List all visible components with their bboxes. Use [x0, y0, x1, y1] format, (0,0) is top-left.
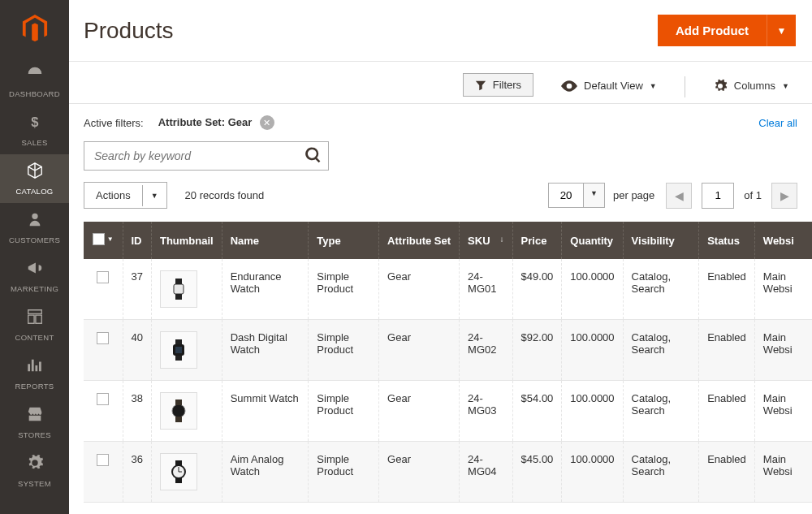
cell-name: Endurance Watch — [222, 259, 309, 320]
cell-price: $92.00 — [512, 320, 562, 381]
product-thumbnail[interactable] — [160, 392, 197, 430]
col-thumbnail[interactable]: Thumbnail — [151, 222, 222, 259]
gear-icon — [713, 79, 728, 93]
nav-label: CUSTOMERS — [9, 235, 60, 244]
add-product-dropdown[interactable]: ▼ — [767, 15, 796, 46]
page-size-select[interactable]: ▼ — [548, 183, 605, 208]
table-row[interactable]: 37Endurance WatchSimple ProductGear24-MG… — [84, 259, 812, 320]
magento-logo[interactable] — [0, 0, 69, 57]
nav-reports[interactable]: REPORTS — [0, 349, 69, 398]
toolbar-divider — [685, 76, 685, 97]
table-row[interactable]: 40Dash Digital WatchSimple ProductGear24… — [84, 320, 812, 381]
search-icon[interactable] — [305, 147, 322, 167]
records-found: 20 records found — [185, 189, 265, 201]
products-table: ▼IDThumbnailNameTypeAttribute SetSKU↓Pri… — [84, 222, 812, 503]
search-input[interactable] — [84, 142, 328, 170]
nav-customers[interactable]: CUSTOMERS — [0, 203, 69, 252]
filter-tag-value: Gear — [228, 116, 253, 128]
cell-sku: 24-MG04 — [460, 442, 512, 503]
layout-icon — [26, 308, 44, 330]
add-product-button[interactable]: Add Product — [658, 15, 767, 46]
nav-stores[interactable]: STORES — [0, 398, 69, 447]
col-attribute-set[interactable]: Attribute Set — [379, 222, 460, 259]
columns-button[interactable]: Columns ▼ — [705, 73, 797, 103]
person-icon — [26, 210, 44, 232]
col-visibility[interactable]: Visibility — [623, 222, 699, 259]
cell-type: Simple Product — [309, 259, 379, 320]
product-thumbnail[interactable] — [160, 270, 197, 308]
col-price[interactable]: Price — [512, 222, 562, 259]
columns-label: Columns — [734, 80, 775, 92]
dollar-icon: $ — [26, 113, 44, 135]
page-header: Products Add Product ▼ — [69, 0, 812, 62]
row-checkbox[interactable] — [97, 271, 109, 283]
page-size-input[interactable] — [549, 184, 583, 207]
svg-rect-3 — [175, 294, 182, 300]
svg-rect-10 — [175, 417, 182, 422]
nav-catalog[interactable]: CATALOG — [0, 154, 69, 203]
default-view-button[interactable]: Default View ▼ — [553, 73, 665, 103]
row-checkbox[interactable] — [97, 332, 109, 344]
box-icon — [26, 162, 44, 184]
nav-dashboard[interactable]: DASHBOARD — [0, 57, 69, 106]
col-name[interactable]: Name — [222, 222, 309, 259]
current-page-input[interactable] — [702, 183, 734, 209]
nav-sales[interactable]: $SALES — [0, 106, 69, 154]
row-checkbox[interactable] — [97, 454, 109, 466]
cell-qty: 100.0000 — [562, 320, 623, 381]
cell-thumbnail — [151, 381, 222, 442]
cell-website: Main Websi — [754, 320, 812, 381]
clear-all-link[interactable]: Clear all — [758, 117, 797, 129]
nav-system[interactable]: SYSTEM — [0, 447, 69, 495]
cell-type: Simple Product — [309, 320, 379, 381]
select-all-header[interactable]: ▼ — [84, 222, 123, 259]
svg-point-8 — [172, 404, 185, 417]
cell-price: $49.00 — [512, 259, 562, 320]
svg-rect-5 — [175, 339, 182, 344]
chevron-down-icon: ▼ — [650, 82, 657, 90]
col-quantity[interactable]: Quantity — [562, 222, 623, 259]
svg-rect-7 — [175, 347, 182, 353]
col-status[interactable]: Status — [699, 222, 755, 259]
table-row[interactable]: 36Aim Analog WatchSimple ProductGear24-M… — [84, 442, 812, 503]
col-websi[interactable]: Websi — [754, 222, 812, 259]
chevron-down-icon: ▼ — [142, 185, 166, 206]
cell-status: Enabled — [699, 442, 755, 503]
chevron-down-icon: ▼ — [782, 82, 789, 90]
nav-marketing[interactable]: MARKETING — [0, 252, 69, 300]
cell-qty: 100.0000 — [562, 442, 623, 503]
cell-id: 38 — [123, 381, 151, 442]
svg-text:$: $ — [31, 114, 38, 129]
remove-filter-button[interactable]: ✕ — [260, 115, 274, 130]
search-box — [84, 141, 329, 171]
cell-thumbnail — [151, 442, 222, 503]
cell-qty: 100.0000 — [562, 381, 623, 442]
actions-label: Actions — [84, 183, 142, 208]
filters-button[interactable]: Filters — [463, 73, 533, 97]
cell-type: Simple Product — [309, 381, 379, 442]
product-thumbnail[interactable] — [160, 453, 197, 490]
col-sku[interactable]: SKU↓ — [460, 222, 512, 259]
nav-label: MARKETING — [11, 284, 58, 293]
cell-id: 40 — [123, 320, 151, 381]
actions-dropdown[interactable]: Actions ▼ — [84, 182, 167, 209]
funnel-icon — [475, 80, 486, 91]
cell-qty: 100.0000 — [562, 259, 623, 320]
cell-thumbnail — [151, 259, 222, 320]
prev-page-button[interactable]: ◀ — [666, 183, 692, 209]
cell-visibility: Catalog, Search — [623, 381, 699, 442]
cell-id: 36 — [123, 442, 151, 503]
nav-label: DASHBOARD — [9, 89, 60, 98]
nav-content[interactable]: CONTENT — [0, 300, 69, 349]
cell-id: 37 — [123, 259, 151, 320]
nav-label: CONTENT — [15, 333, 54, 342]
product-thumbnail[interactable] — [160, 331, 197, 369]
next-page-button[interactable]: ▶ — [771, 183, 797, 209]
col-type[interactable]: Type — [309, 222, 379, 259]
active-filters-bar: Active filters: Attribute Set: Gear ✕ Cl… — [69, 104, 812, 141]
row-checkbox[interactable] — [97, 393, 109, 405]
megaphone-icon — [26, 259, 44, 281]
of-pages-label: of 1 — [744, 189, 762, 201]
col-id[interactable]: ID — [123, 222, 151, 259]
table-row[interactable]: 38Summit WatchSimple ProductGear24-MG03$… — [84, 381, 812, 442]
